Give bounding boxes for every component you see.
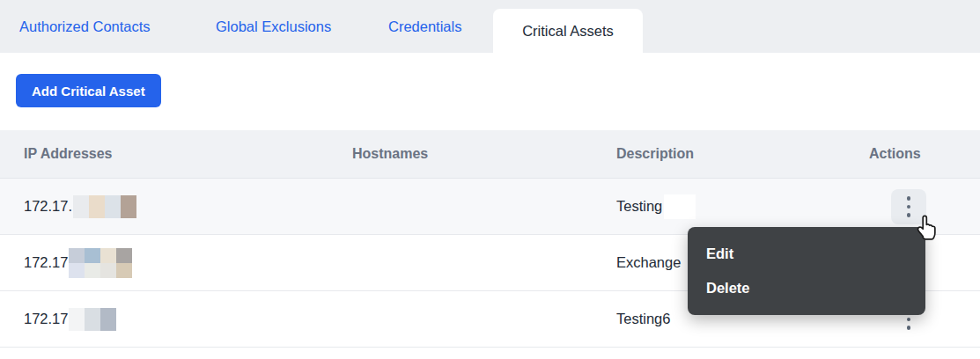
ip-cell: 172.17.: [24, 179, 136, 234]
description-cell: Testing6: [616, 291, 670, 347]
ip-prefix-text: 172.17.: [24, 198, 72, 215]
row-actions-context-menu: Edit Delete: [688, 227, 925, 315]
add-critical-asset-button[interactable]: Add Critical Asset: [16, 74, 161, 107]
column-header-ip-addresses: IP Addresses: [24, 130, 113, 178]
table-header: IP Addresses Hostnames Description Actio…: [0, 130, 980, 179]
description-cell: Testing: [616, 179, 696, 234]
description-text: Testing: [616, 198, 662, 215]
description-text: Testing6: [616, 311, 670, 327]
tab-authorized-contacts[interactable]: Authorized Contacts: [19, 0, 151, 53]
redacted-ip-block: [69, 308, 116, 331]
tab-bar: Authorized Contacts Global Exclusions Cr…: [0, 0, 980, 53]
redacted-ip-block: [69, 248, 132, 278]
kebab-menu-icon: [907, 196, 911, 217]
description-cell: Exchange: [616, 235, 681, 290]
tab-credentials[interactable]: Credentials: [388, 0, 461, 53]
description-text: Exchange: [616, 254, 681, 271]
row-actions-button[interactable]: [891, 189, 926, 224]
column-header-hostnames: Hostnames: [352, 130, 428, 178]
menu-item-edit[interactable]: Edit: [688, 237, 925, 271]
redacted-ip-block: [73, 195, 136, 218]
ip-prefix-text: 172.17: [24, 254, 68, 271]
column-header-description: Description: [616, 130, 694, 178]
redacted-description-block: [664, 194, 696, 219]
tab-critical-assets[interactable]: Critical Assets: [493, 9, 643, 53]
ip-prefix-text: 172.17: [24, 311, 68, 327]
column-header-actions: Actions: [869, 130, 921, 178]
tab-global-exclusions[interactable]: Global Exclusions: [216, 0, 331, 53]
menu-item-delete[interactable]: Delete: [688, 271, 925, 305]
ip-cell: 172.17: [24, 291, 116, 347]
ip-cell: 172.17: [24, 235, 132, 290]
critical-assets-page: Authorized Contacts Global Exclusions Cr…: [0, 0, 980, 359]
